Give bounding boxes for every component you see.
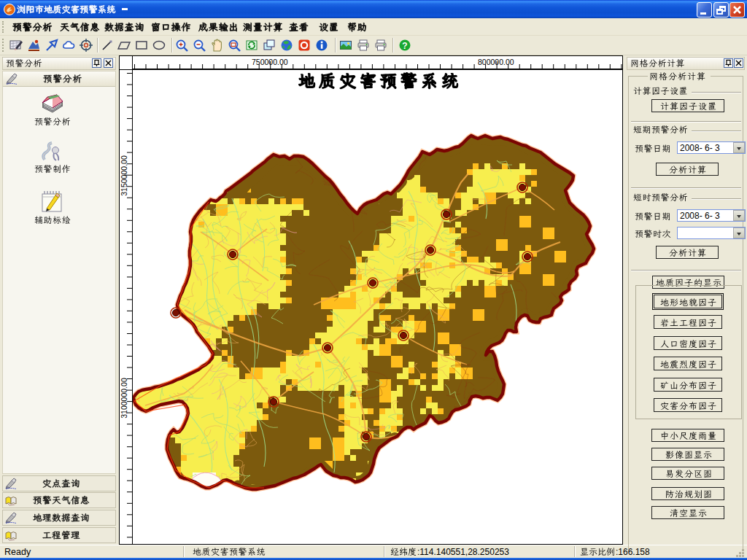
- svg-text:?: ?: [402, 41, 407, 51]
